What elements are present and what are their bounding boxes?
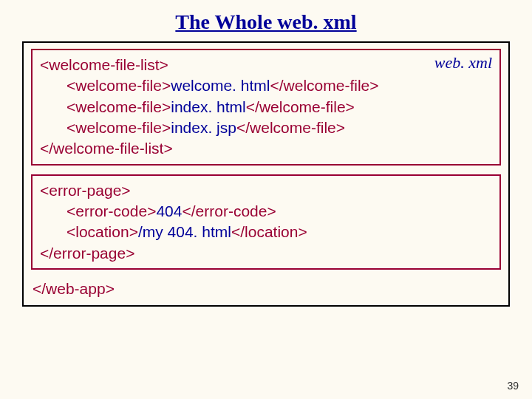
tag-close: </welcome-file> [246, 98, 355, 115]
slide: The Whole web. xml web. xml <welcome-fil… [0, 0, 532, 399]
slide-title: The Whole web. xml [0, 0, 532, 41]
tag-open: <welcome-file> [66, 98, 171, 115]
tag-close: </welcome-file> [270, 77, 378, 94]
tag-open: <error-page> [40, 182, 131, 199]
text-value: /my 404. html [138, 223, 231, 240]
text-value: index. jsp [171, 119, 236, 136]
error-page-box: <error-page> <error-code>404</error-code… [31, 174, 501, 270]
tag-close: </welcome-file> [236, 119, 345, 136]
code-line: <welcome-file>index. jsp</welcome-file> [40, 117, 492, 138]
code-line: </welcome-file-list> [40, 138, 492, 159]
code-line: <welcome-file-list> [40, 55, 492, 75]
tag-close: </location> [231, 223, 307, 240]
code-line: <error-code>404</error-code> [40, 201, 492, 222]
tag-close: </welcome-file-list> [40, 140, 173, 157]
tag-open: <error-code> [66, 202, 156, 219]
tag-close: </error-code> [182, 202, 276, 219]
text-value: 404 [156, 202, 182, 219]
tag-open: <welcome-file> [66, 119, 171, 136]
code-line: </error-page> [40, 243, 492, 264]
tag-open: <location> [66, 223, 138, 240]
tag-open: <welcome-file-list> [40, 56, 168, 73]
code-line: <location>/my 404. html</location> [40, 222, 492, 242]
file-label: web. xml [434, 53, 492, 72]
welcome-file-list-box: web. xml <welcome-file-list> <welcome-fi… [31, 49, 501, 166]
text-value: index. html [171, 98, 246, 115]
text-value: welcome. html [171, 77, 270, 94]
code-line: <error-page> [40, 180, 492, 201]
tag-open: <welcome-file> [66, 77, 171, 94]
tag-close: </error-page> [40, 245, 134, 262]
outer-box: web. xml <welcome-file-list> <welcome-fi… [22, 41, 510, 307]
page-number: 39 [507, 380, 519, 392]
code-line: <welcome-file>index. html</welcome-file> [40, 97, 492, 117]
code-line: <welcome-file>welcome. html</welcome-fil… [40, 75, 492, 96]
closing-tag: </web-app> [30, 279, 502, 298]
